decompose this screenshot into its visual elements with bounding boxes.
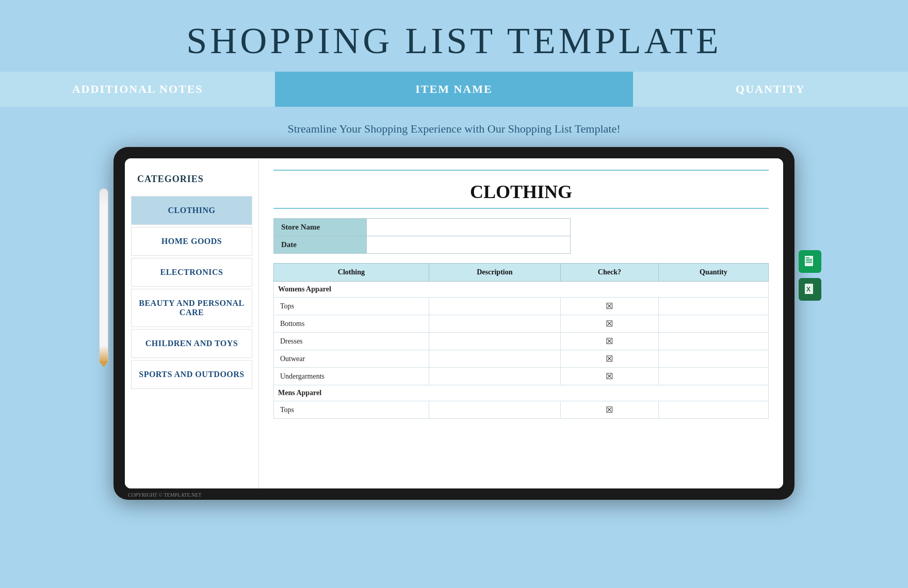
excel-icon[interactable]: X [799, 278, 821, 301]
table-row: Tops ☒ [274, 298, 769, 315]
nav-additional-notes[interactable]: ADDITIONAL NOTES [0, 72, 275, 107]
item-bottoms-desc[interactable] [429, 315, 560, 333]
sidebar-item-clothing[interactable]: CLOTHING [131, 196, 252, 225]
store-name-label: Store Name [274, 219, 367, 236]
subtitle-text: Streamline Your Shopping Experience with… [287, 122, 620, 135]
item-undergarments: Undergarments [274, 368, 429, 385]
item-outwear: Outwear [274, 350, 429, 368]
item-bottoms-check[interactable]: ☒ [560, 315, 658, 333]
svg-rect-1 [806, 259, 812, 260]
table-header-row: Clothing Description Check? Quantity [274, 264, 769, 282]
item-undergarments-check[interactable]: ☒ [560, 368, 658, 385]
svg-rect-2 [806, 260, 812, 262]
sidebar-item-sports[interactable]: SPORTS AND OUTDOORS [131, 360, 252, 389]
section-mens-apparel: Mens Apparel [274, 385, 769, 401]
col-quantity: Quantity [658, 264, 768, 282]
item-tops-mens: Tops [274, 401, 429, 419]
tablet-wrapper: CATEGORIES CLOTHING HOME GOODS ELECTRONI… [0, 147, 908, 500]
sidebar-item-children[interactable]: CHILDREN AND TOYS [131, 329, 252, 358]
sidebar-title: CATEGORIES [125, 174, 258, 194]
womens-apparel-header: Womens Apparel [274, 282, 769, 298]
item-dresses-qty[interactable] [658, 333, 768, 350]
item-dresses: Dresses [274, 333, 429, 350]
tablet-frame: CATEGORIES CLOTHING HOME GOODS ELECTRONI… [113, 147, 794, 500]
item-bottoms-qty[interactable] [658, 315, 768, 333]
title-line-top [273, 170, 769, 171]
sidebar: CATEGORIES CLOTHING HOME GOODS ELECTRONI… [125, 158, 259, 488]
col-clothing: Clothing [274, 264, 429, 282]
col-check: Check? [560, 264, 658, 282]
copyright: COPYRIGHT © TEMPLATE.NET [128, 492, 202, 498]
copyright-symbol: © [159, 492, 163, 498]
store-name-value[interactable] [367, 219, 571, 236]
store-info-table: Store Name Date [273, 218, 571, 254]
svg-text:X: X [806, 286, 810, 293]
table-row: Undergarments ☒ [274, 368, 769, 385]
item-tops-mens-qty[interactable] [658, 401, 768, 419]
item-tops-womens-check[interactable]: ☒ [560, 298, 658, 315]
shopping-table: Clothing Description Check? Quantity Wom… [273, 263, 769, 419]
app-icons: X [799, 250, 821, 301]
page-title: SHOPPING LIST TEMPLATE [0, 20, 908, 62]
nav-separator-left [275, 72, 316, 107]
page-header: SHOPPING LIST TEMPLATE [0, 0, 908, 72]
content-title: CLOTHING [273, 176, 769, 208]
sidebar-item-electronics-label: ELECTRONICS [160, 268, 223, 277]
sidebar-item-children-label: CHILDREN AND TOYS [145, 339, 238, 348]
item-dresses-check[interactable]: ☒ [560, 333, 658, 350]
table-row: Dresses ☒ [274, 333, 769, 350]
stylus-pencil [99, 188, 108, 364]
svg-rect-4 [806, 257, 809, 258]
sidebar-item-electronics[interactable]: ELECTRONICS [131, 258, 252, 287]
svg-rect-3 [806, 262, 812, 263]
sidebar-item-sports-label: SPORTS AND OUTDOORS [139, 370, 245, 379]
item-tops-womens-qty[interactable] [658, 298, 768, 315]
item-outwear-check[interactable]: ☒ [560, 350, 658, 368]
table-row: Outwear ☒ [274, 350, 769, 368]
nav-quantity-label: QUANTITY [736, 83, 805, 96]
table-row: Bottoms ☒ [274, 315, 769, 333]
section-womens-apparel: Womens Apparel [274, 282, 769, 298]
mens-apparel-header: Mens Apparel [274, 385, 769, 401]
table-row: Tops ☒ [274, 401, 769, 419]
nav-additional-notes-label: ADDITIONAL NOTES [72, 83, 203, 96]
item-tops-mens-check[interactable]: ☒ [560, 401, 658, 419]
nav-quantity[interactable]: QUANTITY [633, 72, 908, 107]
tablet-screen: CATEGORIES CLOTHING HOME GOODS ELECTRONI… [125, 158, 783, 488]
date-value[interactable] [367, 236, 571, 254]
item-dresses-desc[interactable] [429, 333, 560, 350]
main-content: CLOTHING Store Name Date [259, 158, 783, 488]
sidebar-item-home-goods-label: HOME GOODS [161, 237, 222, 246]
col-description: Description [429, 264, 560, 282]
item-undergarments-qty[interactable] [658, 368, 768, 385]
sidebar-item-home-goods[interactable]: HOME GOODS [131, 227, 252, 256]
nav-item-name-label: ITEM NAME [415, 83, 492, 96]
item-outwear-qty[interactable] [658, 350, 768, 368]
item-tops-womens-desc[interactable] [429, 298, 560, 315]
item-tops-womens: Tops [274, 298, 429, 315]
nav-separator-right [592, 72, 633, 107]
sheets-icon[interactable] [799, 250, 821, 273]
subtitle: Streamline Your Shopping Experience with… [0, 107, 908, 147]
sidebar-item-beauty[interactable]: BEAUTY AND PERSONAL CARE [131, 289, 252, 327]
title-line-bottom [273, 208, 769, 209]
item-bottoms: Bottoms [274, 315, 429, 333]
item-outwear-desc[interactable] [429, 350, 560, 368]
nav-bar: ADDITIONAL NOTES ITEM NAME QUANTITY [0, 72, 908, 107]
date-row: Date [274, 236, 571, 254]
sidebar-item-beauty-label: BEAUTY AND PERSONAL CARE [137, 299, 247, 317]
nav-item-name[interactable]: ITEM NAME [316, 72, 591, 107]
item-tops-mens-desc[interactable] [429, 401, 560, 419]
store-name-row: Store Name [274, 219, 571, 236]
sidebar-item-clothing-label: CLOTHING [168, 206, 215, 215]
date-label: Date [274, 236, 367, 254]
item-undergarments-desc[interactable] [429, 368, 560, 385]
